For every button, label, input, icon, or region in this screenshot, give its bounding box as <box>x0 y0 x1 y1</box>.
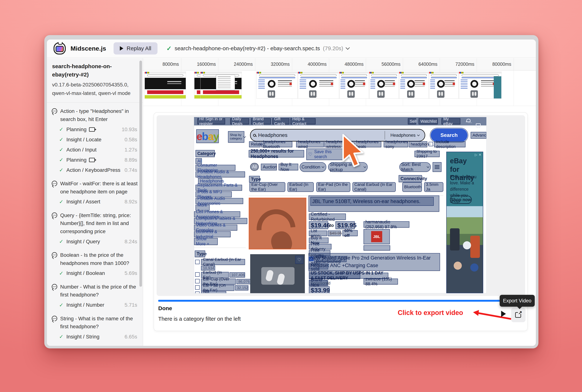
related-chip[interactable]: headphones wired <box>296 141 324 147</box>
step-row[interactable]: ✓Insight / Boolean5.69s <box>47 268 143 278</box>
filter-all[interactable]: All <box>250 163 259 171</box>
shipping-to[interactable]: Shipping to 23917 <box>415 151 440 157</box>
include-description-label[interactable]: Include description <box>434 141 466 147</box>
export-video-button[interactable] <box>511 308 526 322</box>
rail-check-count: 32,152 <box>235 285 248 290</box>
sort-dropdown[interactable]: Sort: Best Match <box>399 162 431 172</box>
step-row[interactable]: ✓Insight / Assert8.92s <box>47 197 143 207</box>
type-chip[interactable]: Earbud (In Ear) <box>287 182 314 192</box>
replay-all-button[interactable]: Replay All <box>113 42 157 54</box>
item1-price-to: $19.95 <box>336 221 355 229</box>
step-time: 5.71s <box>125 302 137 308</box>
item2-seller[interactable]: zwinzoe (155) 88.4% <box>364 278 398 284</box>
timeline-tick: 72000ms <box>440 58 477 70</box>
ebay-nav-brand-outlet[interactable]: Brand Outlet <box>251 118 271 124</box>
rail-checkbox[interactable] <box>195 279 200 284</box>
item2-title-box[interactable]: New sealed Apple Pro 2nd Generation Wire… <box>309 253 440 271</box>
screenshot-viewport: Hi! Sign in or register Daily Deals Bran… <box>157 115 525 296</box>
type-chip[interactable]: Ear-Pad (On the Ear) <box>316 182 350 192</box>
item2-image[interactable]: ♡ <box>250 254 305 293</box>
type-chip[interactable]: Canal Earbud (In Ear Canal) <box>353 182 396 192</box>
timeline-screenshot-thumbnail[interactable] <box>256 72 298 99</box>
timeline-tick: 32000ms <box>255 58 292 70</box>
watch-heart-icon[interactable]: ♡ <box>295 256 303 264</box>
located-item-highlight[interactable] <box>249 198 306 250</box>
rail-checkbox[interactable] <box>195 272 200 277</box>
test-case-selector[interactable]: ✓ search-headphone-on-ebay(retry-#2) - e… <box>166 45 349 52</box>
related-chip[interactable]: headphones bluetooth <box>261 141 292 147</box>
cart-icon[interactable] <box>476 124 481 127</box>
charity-ad[interactable]: ▷ ✕ eBay for Charity Find what you love.… <box>446 152 483 293</box>
ebay-nav-sell[interactable]: Sell <box>408 118 416 124</box>
item1-seller[interactable]: harmanaudio (252,958) 97.9% <box>364 221 409 228</box>
step-row[interactable]: ✓Insight / Number5.71s <box>47 300 143 310</box>
bell-icon[interactable] <box>466 119 471 123</box>
timeline-screenshot-thumbnail[interactable] <box>369 72 399 99</box>
ebay-nav-gift-cards[interactable]: Gift Cards <box>272 118 289 124</box>
rail-checkbox[interactable] <box>195 260 200 264</box>
view-list-icon[interactable] <box>433 162 442 172</box>
step-name: Action / KeyboardPress <box>66 167 120 173</box>
related-chip[interactable]: headphones sony <box>384 141 408 147</box>
sidebar-scrollbar[interactable] <box>139 60 142 287</box>
rail-checkbox[interactable] <box>195 285 200 290</box>
connectivity-chip[interactable]: Bluetooth <box>402 182 422 192</box>
timeline-screenshot-thumbnail[interactable] <box>459 72 502 99</box>
rail-check-label[interactable]: Canal Earbud (In Ear Canal) <box>201 259 245 265</box>
ebay-nav-help[interactable]: Help & Contact <box>290 118 316 124</box>
rail-check-label[interactable]: Not Specified <box>201 291 226 293</box>
step-row[interactable]: ✓Action / KeyboardPress0.74s <box>47 165 143 175</box>
timeline-screenshot-thumbnail[interactable] <box>429 72 459 99</box>
filter-buy-it-now[interactable]: Buy It Now <box>279 164 298 170</box>
connectivity-chip[interactable]: 3.5mm Ja <box>424 182 443 192</box>
app-title: Midscene.js <box>70 45 106 52</box>
type-chip[interactable]: Ear-Cup (Over the Ear) <box>249 182 285 192</box>
timeline-screenshot-thumbnail[interactable] <box>298 72 339 99</box>
replay-progress-bar[interactable] <box>158 300 526 302</box>
step-row[interactable]: ✓Insight / Locate0.58s <box>47 134 143 145</box>
play-button[interactable] <box>501 311 506 317</box>
step-group[interactable]: Locate - What is the location of the fir… <box>47 342 143 346</box>
filter-condition[interactable]: Condition <box>300 162 326 172</box>
ad-shop-now-button[interactable]: Shop now <box>450 196 472 204</box>
rail-item[interactable]: Portable Audio & Headphones <box>195 172 245 177</box>
shop-by-category-dropdown[interactable]: Shop by category <box>228 131 244 142</box>
step-group[interactable]: Action - type "Headphones" in search box… <box>47 103 143 124</box>
heart-icon: ♡ <box>308 152 312 157</box>
step-group[interactable]: Number - What is the price of the first … <box>47 278 143 300</box>
video-camera-icon <box>89 127 95 132</box>
step-row[interactable]: ✓Action / Input1.27s <box>47 145 143 155</box>
advanced-link[interactable]: Advanced <box>471 132 487 138</box>
timeline-screenshot-thumbnail[interactable] <box>399 72 429 99</box>
include-description-checkbox[interactable] <box>429 142 433 146</box>
check-icon: ✓ <box>59 167 63 173</box>
timeline-screenshot-thumbnail[interactable] <box>200 72 242 99</box>
step-group[interactable]: String - What is the name of the first h… <box>47 310 143 332</box>
ebay-nav-myebay[interactable]: My eBay <box>442 118 460 124</box>
timeline-screenshot-thumbnail[interactable] <box>339 72 369 99</box>
step-row[interactable]: ✓Planning10.93s <box>47 124 143 134</box>
search-category-dropdown[interactable]: Headphones <box>385 133 425 138</box>
related-label: Related: <box>249 141 261 147</box>
step-row[interactable]: ✓Insight / Query8.24s <box>47 236 143 246</box>
adchoices-icon[interactable]: ▷ <box>475 153 477 157</box>
timeline-screenshot-thumbnail[interactable] <box>145 72 186 99</box>
ebay-nav-signin[interactable]: Hi! Sign in or register <box>197 118 225 124</box>
rail-item[interactable]: Show More + <box>194 238 218 245</box>
filter-auction[interactable]: Auction <box>261 164 277 170</box>
related-chip[interactable]: headphone... <box>409 141 427 147</box>
check-icon: ✓ <box>59 147 63 153</box>
item1-title-box[interactable]: JBL Tune 510BT, Wireless on-ear headphon… <box>309 196 439 212</box>
ebay-nav-watchlist[interactable]: Watchlist <box>419 118 438 124</box>
timeline-tick: 24000ms <box>218 58 255 70</box>
ebay-nav-daily-deals[interactable]: Daily Deals <box>230 118 249 124</box>
step-group[interactable]: Boolean - Is the price of the headphones… <box>47 246 143 268</box>
step-row[interactable]: ✓Insight / String6.65s <box>47 332 143 342</box>
rail-checkbox[interactable] <box>195 292 200 293</box>
save-search-button[interactable]: ♡ Save this search <box>306 148 345 160</box>
step-group[interactable]: Query - {itemTitle: string, price: Numbe… <box>47 207 143 236</box>
ad-close-icon[interactable]: ✕ <box>479 153 481 157</box>
step-row[interactable]: ✓Planning8.89s <box>47 155 143 165</box>
ebay-logo[interactable]: ebay <box>196 129 219 143</box>
step-group[interactable]: WaitFor - waitFor: there is at least one… <box>47 175 143 197</box>
